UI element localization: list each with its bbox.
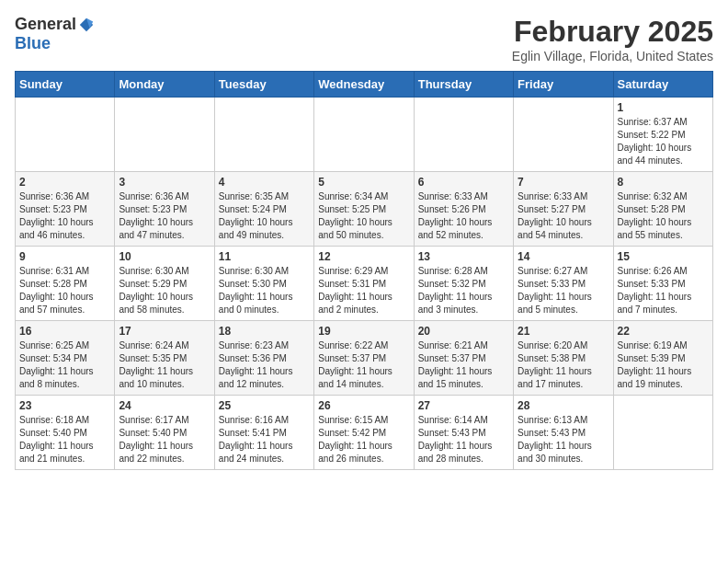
calendar-cell [514,98,613,172]
day-info: Sunrise: 6:13 AM Sunset: 5:43 PM Dayligh… [518,414,609,465]
calendar-cell: 20Sunrise: 6:21 AM Sunset: 5:37 PM Dayli… [414,321,513,396]
day-number: 18 [219,325,310,338]
calendar-cell: 17Sunrise: 6:24 AM Sunset: 5:35 PM Dayli… [115,321,214,396]
day-info: Sunrise: 6:14 AM Sunset: 5:43 PM Dayligh… [418,414,509,465]
day-number: 21 [518,325,609,338]
day-number: 20 [418,325,509,338]
calendar-cell: 19Sunrise: 6:22 AM Sunset: 5:37 PM Dayli… [314,321,414,396]
calendar-day-header: Wednesday [314,72,414,98]
calendar-cell [115,98,214,172]
day-number: 1 [618,101,709,114]
day-info: Sunrise: 6:15 AM Sunset: 5:42 PM Dayligh… [318,414,409,465]
calendar-cell: 2Sunrise: 6:36 AM Sunset: 5:23 PM Daylig… [16,172,115,247]
logo-general-text: General [15,15,76,34]
calendar-cell: 12Sunrise: 6:29 AM Sunset: 5:31 PM Dayli… [314,247,414,321]
calendar-cell: 16Sunrise: 6:25 AM Sunset: 5:34 PM Dayli… [16,321,115,396]
day-number: 11 [219,250,310,263]
calendar-cell: 21Sunrise: 6:20 AM Sunset: 5:38 PM Dayli… [514,321,613,396]
calendar-cell: 14Sunrise: 6:27 AM Sunset: 5:33 PM Dayli… [514,247,613,321]
day-info: Sunrise: 6:23 AM Sunset: 5:36 PM Dayligh… [219,339,310,391]
day-number: 16 [19,325,110,338]
day-number: 2 [19,176,110,189]
day-info: Sunrise: 6:36 AM Sunset: 5:23 PM Dayligh… [19,190,110,242]
day-number: 4 [219,176,310,189]
day-info: Sunrise: 6:24 AM Sunset: 5:35 PM Dayligh… [119,339,210,391]
calendar-cell [613,396,712,470]
day-info: Sunrise: 6:30 AM Sunset: 5:30 PM Dayligh… [219,265,310,316]
day-info: Sunrise: 6:20 AM Sunset: 5:38 PM Dayligh… [518,339,609,391]
logo-icon [78,17,95,33]
calendar-cell: 27Sunrise: 6:14 AM Sunset: 5:43 PM Dayli… [414,396,513,470]
day-number: 25 [219,399,310,412]
page-header: General Blue February 2025 Eglin Village… [15,15,713,63]
calendar-cell: 22Sunrise: 6:19 AM Sunset: 5:39 PM Dayli… [613,321,712,396]
month-title: February 2025 [512,15,713,49]
day-number: 26 [318,399,409,412]
day-info: Sunrise: 6:21 AM Sunset: 5:37 PM Dayligh… [418,339,509,391]
calendar-week-row: 1Sunrise: 6:37 AM Sunset: 5:22 PM Daylig… [16,98,713,172]
day-number: 10 [119,250,210,263]
calendar-cell: 28Sunrise: 6:13 AM Sunset: 5:43 PM Dayli… [514,396,613,470]
day-info: Sunrise: 6:25 AM Sunset: 5:34 PM Dayligh… [19,339,110,391]
day-info: Sunrise: 6:31 AM Sunset: 5:28 PM Dayligh… [19,265,110,316]
day-info: Sunrise: 6:27 AM Sunset: 5:33 PM Dayligh… [518,265,609,316]
day-info: Sunrise: 6:22 AM Sunset: 5:37 PM Dayligh… [318,339,409,391]
calendar-cell: 15Sunrise: 6:26 AM Sunset: 5:33 PM Dayli… [613,247,712,321]
location-title: Eglin Village, Florida, United States [512,49,713,63]
calendar-cell: 5Sunrise: 6:34 AM Sunset: 5:25 PM Daylig… [314,172,414,247]
day-info: Sunrise: 6:37 AM Sunset: 5:22 PM Dayligh… [618,116,709,167]
day-info: Sunrise: 6:26 AM Sunset: 5:33 PM Dayligh… [618,265,709,316]
calendar-cell [16,98,115,172]
day-number: 3 [119,176,210,189]
day-number: 14 [518,250,609,263]
day-info: Sunrise: 6:18 AM Sunset: 5:40 PM Dayligh… [19,414,110,465]
day-number: 12 [318,250,409,263]
calendar-week-row: 9Sunrise: 6:31 AM Sunset: 5:28 PM Daylig… [16,247,713,321]
calendar-week-row: 2Sunrise: 6:36 AM Sunset: 5:23 PM Daylig… [16,172,713,247]
day-number: 15 [618,250,709,263]
calendar-week-row: 23Sunrise: 6:18 AM Sunset: 5:40 PM Dayli… [16,396,713,470]
day-info: Sunrise: 6:29 AM Sunset: 5:31 PM Dayligh… [318,265,409,316]
day-info: Sunrise: 6:30 AM Sunset: 5:29 PM Dayligh… [119,265,210,316]
calendar-cell: 8Sunrise: 6:32 AM Sunset: 5:28 PM Daylig… [613,172,712,247]
day-number: 13 [418,250,509,263]
calendar-day-header: Tuesday [214,72,313,98]
calendar-cell: 9Sunrise: 6:31 AM Sunset: 5:28 PM Daylig… [16,247,115,321]
calendar-cell: 23Sunrise: 6:18 AM Sunset: 5:40 PM Dayli… [16,396,115,470]
day-info: Sunrise: 6:34 AM Sunset: 5:25 PM Dayligh… [318,190,409,242]
day-number: 9 [19,250,110,263]
calendar-cell [214,98,313,172]
calendar-cell: 1Sunrise: 6:37 AM Sunset: 5:22 PM Daylig… [613,98,712,172]
day-number: 28 [518,399,609,412]
calendar-day-header: Sunday [16,72,115,98]
calendar-cell: 4Sunrise: 6:35 AM Sunset: 5:24 PM Daylig… [214,172,313,247]
calendar-cell: 3Sunrise: 6:36 AM Sunset: 5:23 PM Daylig… [115,172,214,247]
calendar-table: SundayMondayTuesdayWednesdayThursdayFrid… [15,71,713,470]
calendar-cell [414,98,513,172]
calendar-cell: 18Sunrise: 6:23 AM Sunset: 5:36 PM Dayli… [214,321,313,396]
day-number: 5 [318,176,409,189]
day-info: Sunrise: 6:28 AM Sunset: 5:32 PM Dayligh… [418,265,509,316]
day-info: Sunrise: 6:33 AM Sunset: 5:26 PM Dayligh… [418,190,509,242]
calendar-cell: 10Sunrise: 6:30 AM Sunset: 5:29 PM Dayli… [115,247,214,321]
calendar-cell: 13Sunrise: 6:28 AM Sunset: 5:32 PM Dayli… [414,247,513,321]
calendar-day-header: Thursday [414,72,513,98]
day-info: Sunrise: 6:17 AM Sunset: 5:40 PM Dayligh… [119,414,210,465]
calendar-cell: 6Sunrise: 6:33 AM Sunset: 5:26 PM Daylig… [414,172,513,247]
day-info: Sunrise: 6:36 AM Sunset: 5:23 PM Dayligh… [119,190,210,242]
day-info: Sunrise: 6:16 AM Sunset: 5:41 PM Dayligh… [219,414,310,465]
day-number: 8 [618,176,709,189]
day-number: 19 [318,325,409,338]
day-number: 24 [119,399,210,412]
calendar-day-header: Friday [514,72,613,98]
day-number: 17 [119,325,210,338]
calendar-header-row: SundayMondayTuesdayWednesdayThursdayFrid… [16,72,713,98]
day-info: Sunrise: 6:33 AM Sunset: 5:27 PM Dayligh… [518,190,609,242]
title-block: February 2025 Eglin Village, Florida, Un… [512,15,713,63]
day-number: 23 [19,399,110,412]
calendar-day-header: Saturday [613,72,712,98]
day-number: 7 [518,176,609,189]
day-info: Sunrise: 6:32 AM Sunset: 5:28 PM Dayligh… [618,190,709,242]
day-number: 22 [618,325,709,338]
day-info: Sunrise: 6:35 AM Sunset: 5:24 PM Dayligh… [219,190,310,242]
